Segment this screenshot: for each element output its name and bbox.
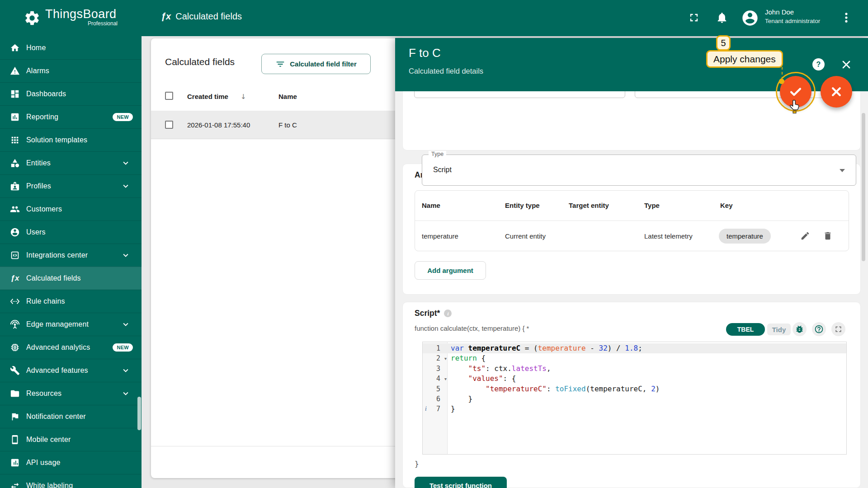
filter-icon — [275, 59, 285, 69]
column-header-name[interactable]: Name — [278, 93, 297, 100]
app-root: ThingsBoard Professional ƒx Calculated f… — [0, 0, 868, 488]
sidebar-item-customers[interactable]: Customers — [0, 197, 142, 221]
column-header-created-time[interactable]: Created time — [187, 93, 228, 100]
sidebar-item-alarms[interactable]: Alarms — [0, 59, 142, 82]
advanced-analytics-icon — [9, 342, 20, 353]
sidebar-item-calculated-fields[interactable]: ƒxCalculated fields — [0, 267, 142, 290]
delete-icon[interactable] — [822, 231, 833, 242]
drawer-scrollbar[interactable] — [862, 113, 865, 261]
sidebar-item-advanced-analytics[interactable]: Advanced analyticsNEW — [0, 336, 142, 359]
alarms-icon — [9, 66, 20, 76]
sidebar-item-label: Integrations center — [26, 251, 88, 259]
integrations-center-icon — [9, 250, 20, 261]
function-signature: function calculate(ctx, temperature) { * — [415, 324, 529, 332]
sidebar-scrollbar[interactable] — [137, 397, 141, 430]
argument-key-chip: temperature — [719, 229, 771, 244]
close-icon[interactable] — [840, 58, 853, 71]
sidebar-item-profiles[interactable]: Profiles — [0, 174, 142, 197]
select-all-checkbox[interactable] — [165, 92, 173, 100]
code-text: "values": { — [448, 374, 516, 384]
debug-icon[interactable] — [793, 322, 807, 336]
chevron-down-icon — [121, 389, 131, 399]
code-line: 1var temperatureC = (temperature - 32) /… — [423, 343, 846, 353]
check-icon — [788, 84, 803, 99]
user-avatar[interactable] — [741, 9, 759, 27]
sidebar-item-notification-center[interactable]: Notification center — [0, 405, 142, 428]
fold-icon[interactable]: ▾ — [444, 374, 447, 384]
argument-name: temperature — [422, 232, 458, 240]
line-number: 4 — [436, 374, 440, 384]
add-argument-button[interactable]: Add argument — [415, 261, 486, 280]
resources-icon — [9, 388, 20, 399]
cell-name: F to C — [278, 121, 297, 129]
sidebar-item-api-usage[interactable]: API usage — [0, 451, 142, 474]
sidebar-item-label: Dashboards — [26, 90, 66, 98]
sidebar-item-label: Alarms — [26, 67, 49, 75]
chevron-down-icon — [121, 158, 131, 168]
sidebar-item-mobile-center[interactable]: Mobile center — [0, 428, 142, 451]
cursor-pointer — [789, 99, 801, 115]
table-row[interactable]: 2026-01-08 17:55:40F to C — [151, 111, 404, 139]
more-menu-icon[interactable] — [839, 11, 854, 25]
reporting-icon — [9, 112, 20, 122]
sidebar-item-white-labeling[interactable]: White labeling — [0, 474, 142, 488]
sidebar-item-entities[interactable]: Entities — [0, 151, 142, 174]
white-labeling-icon — [9, 480, 20, 488]
arguments-column-target-entity: Target entity — [569, 202, 609, 209]
dashboards-icon — [9, 89, 20, 99]
tbel-language-toggle[interactable]: TBEL — [726, 323, 765, 336]
sidebar-item-reporting[interactable]: ReportingNEW — [0, 105, 142, 128]
fullscreen-icon[interactable] — [687, 11, 701, 25]
expand-editor-icon[interactable] — [831, 322, 845, 336]
argument-entity-type: Current entity — [505, 232, 546, 240]
code-lines: 1var temperatureC = (temperature - 32) /… — [423, 343, 846, 414]
row-checkbox[interactable] — [165, 121, 173, 129]
filter-button-label: Calculated field filter — [290, 60, 357, 68]
chevron-down-icon — [840, 169, 845, 172]
sidebar-item-label: API usage — [26, 459, 61, 467]
sidebar-item-home[interactable]: Home — [0, 36, 142, 59]
sidebar-item-resources[interactable]: Resources — [0, 382, 142, 405]
sidebar-item-edge-management[interactable]: Edge management — [0, 313, 142, 336]
code-editor[interactable]: 1var temperatureC = (temperature - 32) /… — [422, 342, 847, 455]
help-icon[interactable]: ? — [812, 58, 825, 70]
code-text: } — [448, 404, 455, 414]
brand: ThingsBoard Professional — [45, 7, 118, 27]
code-text: "ts": ctx.latestTs, — [448, 364, 551, 374]
code-line: 4▾ "values": { — [423, 374, 846, 384]
script-help-icon[interactable] — [812, 322, 826, 336]
page-title-label: Calculated fields — [175, 11, 242, 22]
tidy-button[interactable]: Tidy — [767, 324, 791, 335]
chevron-down-icon — [121, 366, 131, 375]
test-script-function-button[interactable]: Test script function — [415, 477, 507, 488]
sidebar-item-integrations-center[interactable]: Integrations center — [0, 244, 142, 267]
sidebar-item-label: Mobile center — [26, 436, 71, 444]
users-icon — [9, 227, 20, 238]
sidebar-item-users[interactable]: Users — [0, 221, 142, 244]
calculated-field-filter-button[interactable]: Calculated field filter — [261, 54, 371, 74]
drawer-subtitle: Calculated field details — [409, 67, 483, 75]
script-title: Script* i — [415, 309, 452, 318]
sidebar-item-rule-chains[interactable]: Rule chains — [0, 290, 142, 313]
chevron-down-icon — [121, 319, 131, 329]
gutter-cell: i7 — [423, 404, 448, 414]
sidebar-item-label: Reporting — [26, 113, 58, 121]
sidebar-item-advanced-features[interactable]: Advanced features — [0, 359, 142, 382]
type-select-value: Script — [433, 166, 452, 174]
cell-created-time: 2026-01-08 17:55:40 — [187, 121, 250, 129]
close-icon — [829, 84, 844, 99]
sidebar-item-solution-templates[interactable]: Solution templates — [0, 128, 142, 151]
type-select[interactable]: Type Script — [422, 155, 856, 186]
notifications-icon[interactable] — [715, 11, 729, 25]
sidebar-item-dashboards[interactable]: Dashboards — [0, 82, 142, 105]
advanced-features-icon — [9, 365, 20, 376]
discard-changes-button[interactable] — [821, 76, 852, 108]
fold-icon[interactable]: ▾ — [444, 354, 447, 364]
gutter-cell: 2▾ — [423, 353, 448, 363]
sort-desc-icon[interactable]: ↓ — [241, 93, 246, 101]
line-number: 6 — [436, 394, 440, 404]
sidebar-item-label: Advanced analytics — [26, 343, 90, 352]
arguments-table: NameEntity typeTarget entityTypeKey temp… — [415, 190, 849, 251]
line-number: 7 — [436, 404, 440, 414]
edit-icon[interactable] — [800, 231, 811, 242]
